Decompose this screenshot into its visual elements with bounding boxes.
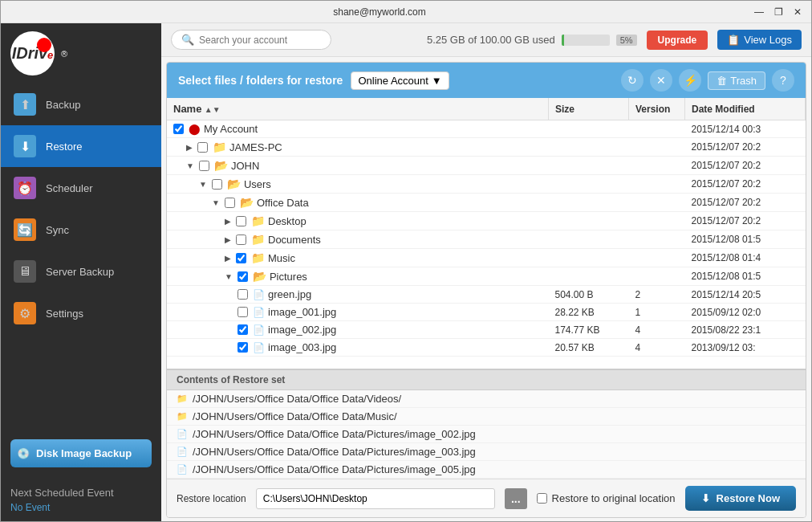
table-row[interactable]: 📄 image_003.jpg 20.57 KB 4 2013/09/12 03… [167,339,806,357]
row-checkbox[interactable] [238,307,248,317]
row-name: image_002.jpg [268,324,336,336]
original-location-label: Restore to original location [552,492,676,504]
row-size: 504.00 B [549,286,629,304]
table-row[interactable]: 📄 image_001.jpg 28.22 KB 1 2015/09/12 02… [167,304,806,321]
table-row[interactable]: 📄 green.jpg 504.00 B 2 2015/12/14 20:5 [167,286,806,304]
expand-icon[interactable]: ▶ [225,217,231,226]
sidebar-item-settings[interactable]: ⚙ Settings [1,292,161,334]
disk-image-button[interactable]: 💿 Disk Image Backup [10,439,152,467]
main-content: 🔍 5.25 GB of 100.00 GB used 5% Upgrade 📋… [161,23,811,522]
row-size [549,230,629,249]
sidebar-item-server-label: Server Backup [46,266,114,278]
minimize-button[interactable]: — [752,5,766,19]
sidebar-item-server-backup[interactable]: 🖥 Server Backup [1,251,161,292]
row-date: 2015/12/07 20:2 [685,194,806,212]
col-size[interactable]: Size [549,98,629,120]
row-checkbox[interactable] [238,342,248,353]
trash-icon: 🗑 [717,75,727,87]
row-checkbox[interactable] [236,234,246,245]
row-checkbox[interactable] [238,271,248,282]
search-input[interactable] [199,35,321,46]
trash-button[interactable]: 🗑 Trash [708,71,765,90]
account-label: Online Account [358,75,428,87]
restore-now-button[interactable]: ⬇ Restore Now [685,486,796,511]
original-location: Restore to original location [537,492,676,504]
logo-area: IDrive ® [1,23,161,84]
row-checkbox[interactable] [236,216,246,226]
sidebar-item-sync[interactable]: 🔄 Sync [1,209,161,251]
storage-info: 5.25 GB of 100.00 GB used 5% [427,34,637,46]
table-row[interactable]: ▼ 📂 Pictures 2015/12/08 01:5 [167,267,806,286]
table-row[interactable]: ▶ 📁 Desktop 2015/12/07 20:2 [167,212,806,230]
restore-item-path: /JOHN/Users/Office Data/Office Data/Pict… [193,428,476,440]
table-row[interactable]: ▼ 📂 Users 2015/12/07 20:2 [167,175,806,194]
expand-icon[interactable]: ▼ [225,272,233,281]
list-item[interactable]: 📄 /JOHN/Users/Office Data/Office Data/Pi… [167,461,806,479]
help-button[interactable]: ? [772,69,794,92]
restore-set-items[interactable]: 📁 /JOHN/Users/Office Data/Office Data/Vi… [167,390,806,479]
table-row[interactable]: ▼ 📂 JOHN 2015/12/07 20:2 [167,157,806,175]
row-size [549,267,629,286]
row-size: 28.22 KB [549,304,629,321]
original-location-checkbox[interactable] [537,493,547,504]
expand-icon[interactable]: ▶ [186,143,193,152]
expand-icon[interactable]: ▶ [225,254,231,263]
search-box[interactable]: 🔍 [171,30,331,50]
row-date: 2015/12/07 20:2 [685,138,806,157]
list-item[interactable]: 📁 /JOHN/Users/Office Data/Office Data/Vi… [167,390,806,408]
sidebar-item-restore[interactable]: ⬇ Restore [1,125,161,167]
row-checkbox[interactable] [236,253,246,263]
sidebar-item-backup-label: Backup [46,99,80,111]
row-checkbox[interactable] [212,179,222,190]
restore-item-path: /JOHN/Users/Office Data/Office Data/Pict… [193,463,476,475]
table-row[interactable]: ▶ 📁 Documents 2015/12/08 01:5 [167,230,806,249]
row-checkbox[interactable] [238,324,248,335]
share-button[interactable]: ⚡ [679,69,701,92]
row-date: 2015/12/07 20:2 [685,175,806,194]
expand-icon[interactable]: ▶ [225,235,231,244]
row-checkbox[interactable] [225,198,235,208]
close-browser-button[interactable]: ✕ [650,69,672,92]
folder-open-icon: 📂 [227,177,241,190]
expand-icon[interactable]: ▼ [212,198,220,207]
list-item[interactable]: 📄 /JOHN/Users/Office Data/Office Data/Pi… [167,443,806,461]
bottom-bar: Restore location ... Restore to original… [167,479,806,517]
expand-icon[interactable]: ▼ [186,161,194,170]
upgrade-button[interactable]: Upgrade [647,31,708,50]
server-icon: 🖥 [14,260,36,283]
row-checkbox[interactable] [197,142,208,153]
sort-arrow-name: ▲▼ [205,105,221,114]
refresh-button[interactable]: ↻ [621,69,644,92]
table-row[interactable]: ▶ 📁 Music 2015/12/08 01:4 [167,249,806,267]
row-size [549,194,629,212]
expand-icon[interactable]: ▼ [199,180,207,189]
titlebar: shane@myworld.com — ❐ ✕ [1,1,811,23]
account-dropdown[interactable]: Online Account ▼ [351,71,449,90]
row-checkbox[interactable] [238,289,248,300]
row-date: 2013/09/12 03: [685,339,806,357]
storage-text: 5.25 GB of 100.00 GB used [427,34,555,46]
row-date: 2015/12/08 01:4 [685,249,806,267]
row-date: 2015/08/22 23:1 [685,321,806,339]
restore-path-input[interactable] [256,488,495,509]
table-row[interactable]: 📄 image_002.jpg 174.77 KB 4 2015/08/22 2… [167,321,806,339]
select-header-title: Select files / folders for restore [178,74,343,87]
sidebar-item-scheduler[interactable]: ⏰ Scheduler [1,167,161,209]
table-row[interactable]: ▶ 📁 JAMES-PC 2015/12/07 20:2 [167,138,806,157]
table-row[interactable]: ⬤ My Account 2015/12/14 00:3 [167,120,806,138]
table-row[interactable]: ▼ 📂 Office Data 2015/12/07 20:2 [167,194,806,212]
viewlogs-button[interactable]: 📋 View Logs [717,30,802,50]
col-version[interactable]: Version [629,98,685,120]
browse-button[interactable]: ... [505,488,527,509]
row-version [629,249,685,267]
list-item[interactable]: 📁 /JOHN/Users/Office Data/Office Data/Mu… [167,408,806,426]
list-item[interactable]: 📄 /JOHN/Users/Office Data/Office Data/Pi… [167,426,806,443]
file-table-container[interactable]: Name ▲▼ Size Version Date Modified [167,98,806,369]
restore-button[interactable]: ❐ [771,5,786,19]
col-name[interactable]: Name ▲▼ [167,98,549,120]
row-checkbox[interactable] [173,124,184,134]
row-checkbox[interactable] [199,161,209,171]
close-button[interactable]: ✕ [790,5,805,19]
col-date[interactable]: Date Modified [685,98,806,120]
sidebar-item-backup[interactable]: ⬆ Backup [1,84,161,125]
